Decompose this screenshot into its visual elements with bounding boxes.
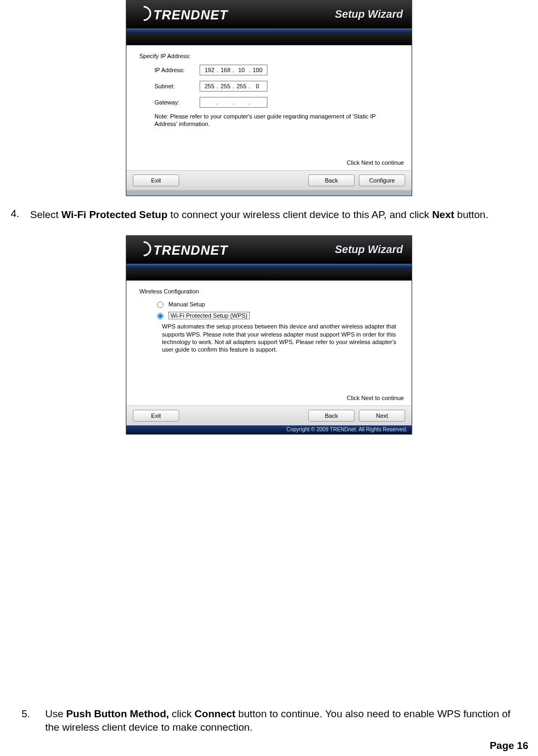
wizard-header: TRENDNET Setup Wizard <box>126 1 412 29</box>
next-button[interactable]: Next <box>359 410 405 422</box>
step-5-number: 5. <box>22 707 32 734</box>
brand-text: TRENDNET <box>153 243 228 257</box>
radio-wps-label: Wi-Fi Protected Setup (WPS) <box>168 312 250 319</box>
exit-button[interactable]: Exit <box>133 174 179 186</box>
brand-logo: TRENDNET <box>136 6 228 23</box>
logo-swoosh-icon <box>133 3 154 24</box>
hint-text: Click Next to continue <box>126 393 412 405</box>
step-4: 4. Select Wi-Fi Protected Setup to conne… <box>11 207 527 221</box>
ip-label: IP Address: <box>154 67 200 73</box>
radio-wps-input[interactable] <box>157 313 164 319</box>
ip-note: Note: Please refer to your computer's us… <box>154 113 399 128</box>
subnet-label: Subnet: <box>154 83 200 89</box>
back-button[interactable]: Back <box>308 410 355 422</box>
radio-wps[interactable]: Wi-Fi Protected Setup (WPS) <box>154 311 399 319</box>
subnet-input[interactable]: 255. 255. 255. 0 <box>200 81 267 92</box>
radio-manual-label: Manual Setup <box>168 301 205 307</box>
gateway-input[interactable]: . . . <box>200 97 267 108</box>
button-bar: Exit Back Next <box>126 405 412 425</box>
row-subnet: Subnet: 255. 255. 255. 0 <box>154 81 399 92</box>
wizard-wireless-config: TRENDNET Setup Wizard Wireless Configura… <box>126 235 412 435</box>
wizard-body: Specify IP Address: IP Address: 192. 168… <box>126 45 412 157</box>
step-4-number: 4. <box>11 207 26 221</box>
brand-text: TRENDNET <box>153 8 228 22</box>
logo-swoosh-icon <box>133 238 154 260</box>
wizard-footer: Copyright © 2009 TRENDnet. All Rights Re… <box>126 425 412 434</box>
gateway-label: Gateway: <box>154 99 200 106</box>
wizard-footer-blank <box>126 190 412 195</box>
radio-manual-setup[interactable]: Manual Setup <box>154 300 399 308</box>
brand-logo: TRENDNET <box>136 241 228 258</box>
configure-button[interactable]: Configure <box>359 174 405 186</box>
header-dark-bar <box>126 269 412 281</box>
wizard-title: Setup Wizard <box>335 8 404 20</box>
back-button[interactable]: Back <box>308 174 355 186</box>
header-accent-bar <box>126 29 412 33</box>
header-dark-bar <box>126 33 412 45</box>
wizard-title: Setup Wizard <box>335 243 404 256</box>
exit-button[interactable]: Exit <box>133 410 179 422</box>
wizard-header: TRENDNET Setup Wizard <box>126 236 412 264</box>
row-ip: IP Address: 192. 168. 10. 100 <box>154 65 399 75</box>
section-label: Wireless Configuration <box>139 288 399 295</box>
wizard-body: Wireless Configuration Manual Setup Wi-F… <box>126 281 412 393</box>
button-bar: Exit Back Configure <box>126 170 412 190</box>
hint-text: Click Next to continue <box>126 157 412 170</box>
step-5: 5. Use Push Button Method, click Connect… <box>11 707 527 734</box>
row-gateway: Gateway: . . . <box>154 97 399 108</box>
wps-description: WPS automates the setup process between … <box>162 323 399 353</box>
page-number: Page 16 <box>490 740 528 752</box>
section-label: Specify IP Address: <box>139 53 399 59</box>
ip-address-input[interactable]: 192. 168. 10. 100 <box>200 65 267 75</box>
radio-manual-input[interactable] <box>157 302 164 308</box>
wizard-ip-settings: TRENDNET Setup Wizard Specify IP Address… <box>126 0 412 196</box>
header-accent-bar <box>126 264 412 269</box>
